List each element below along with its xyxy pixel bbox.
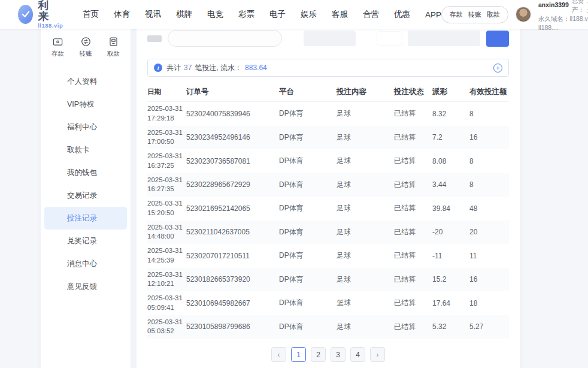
user-info: anxin3399 总资产： 1363.49元 永久域名：ll188.vip |… [538, 0, 588, 32]
page-button-1[interactable]: 1 [291, 347, 306, 362]
column-header: 订单号 [186, 87, 279, 97]
avatar[interactable] [516, 7, 531, 22]
prev-page-button[interactable]: ‹ [271, 347, 286, 362]
nav-item-3[interactable]: 棋牌 [176, 9, 192, 20]
cell-platform: DP体育 [279, 227, 337, 237]
quick-action-deposit[interactable]: 存款 [51, 36, 64, 58]
nav-item-10[interactable]: 优惠 [394, 9, 410, 20]
sidebar-item-id-card[interactable]: 个人资料 [44, 70, 127, 93]
cell-status: 已结算 [394, 108, 432, 119]
column-header: 平台 [279, 87, 337, 97]
withdraw-icon [108, 36, 119, 47]
crown-icon [51, 99, 61, 109]
page-button-2[interactable]: 2 [311, 347, 326, 362]
id-card-icon [51, 77, 61, 86]
nav-item-9[interactable]: 合营 [363, 9, 379, 20]
page-button-4[interactable]: 4 [350, 347, 365, 362]
table-row: 2025-03-31 05:09:41 5230106945982667 DP体… [147, 291, 509, 315]
column-header: 派彩 [432, 87, 469, 97]
cell-order-no: 5230182665373920 [186, 275, 279, 283]
pagination: ‹ 1234 › [137, 347, 520, 362]
main-nav: 首页体育视讯棋牌电竞彩票电子娱乐客服合营优惠APP [83, 9, 441, 20]
cell-valid-bet: 20 [469, 228, 509, 236]
filter-option-group[interactable] [408, 31, 480, 46]
cell-payout: 8.32 [432, 110, 469, 118]
sidebar-item-wallet[interactable]: 我的钱包 [44, 161, 127, 184]
nav-item-4[interactable]: 电竞 [207, 9, 223, 20]
cell-bet-content: 足球 [337, 251, 394, 261]
page-button-3[interactable]: 3 [331, 347, 345, 362]
cell-date: 2025-03-31 15:20:50 [147, 199, 186, 218]
cell-bet-content: 篮球 [337, 298, 394, 308]
sidebar-item-crown[interactable]: VIP特权 [44, 93, 127, 116]
sidebar-item-bet-record[interactable]: 投注记录 [44, 207, 127, 230]
cell-platform: DP体育 [279, 108, 337, 119]
brand-logo[interactable]: 利 来 ll188.vip [18, 0, 67, 29]
cell-status: 已结算 [394, 251, 432, 261]
cell-date: 2025-03-31 14:48:00 [147, 223, 186, 242]
cell-order-no: 5230240075839946 [186, 110, 279, 118]
cell-payout: -20 [432, 228, 469, 236]
filter-toggle-group[interactable] [304, 31, 356, 46]
cell-platform: DP体育 [279, 275, 337, 285]
filter-submit-button[interactable] [486, 31, 509, 47]
cell-valid-bet: 8 [469, 157, 509, 165]
nav-item-2[interactable]: 视讯 [145, 9, 161, 20]
cell-valid-bet: 16 [469, 133, 509, 141]
summary-middle: 笔投注, 流水： [195, 63, 242, 73]
cell-platform: DP体育 [279, 180, 337, 190]
content-area: 存款 转账 取款 个人资料 VIP特权 福利中心 取款卡 [0, 29, 588, 368]
filter-active-segment[interactable] [377, 32, 401, 45]
quick-action-transfer[interactable]: 转账 [80, 36, 92, 58]
wallet-action[interactable]: 存款 [450, 10, 463, 19]
quick-action-withdraw[interactable]: 取款 [107, 36, 120, 58]
sidebar-item-gift[interactable]: 福利中心 [44, 116, 127, 138]
sidebar-item-bank-card[interactable]: 取款卡 [44, 138, 127, 161]
next-page-button[interactable]: › [370, 347, 385, 362]
cell-status: 已结算 [394, 132, 432, 143]
table-row: 2025-03-31 14:25:39 5230207017210511 DP体… [147, 244, 509, 268]
cell-date: 2025-03-31 17:00:50 [147, 128, 186, 147]
cell-order-no: 5230105898799686 [186, 322, 279, 331]
sidebar-menu: 个人资料 VIP特权 福利中心 取款卡 我的钱包 交易记录 投注记录 [41, 70, 131, 298]
nav-item-8[interactable]: 客服 [332, 9, 348, 20]
top-header: 利 来 ll188.vip 首页体育视讯棋牌电竞彩票电子娱乐客服合营优惠APP … [0, 0, 588, 29]
sidebar-item-feedback[interactable]: 意见反馈 [44, 275, 127, 298]
expand-plus-icon[interactable]: + [493, 64, 502, 73]
nav-item-0[interactable]: 首页 [83, 9, 99, 20]
cell-payout: 5.32 [432, 322, 469, 331]
turnover-value: 883.64 [245, 64, 267, 72]
sidebar: 存款 转账 取款 个人资料 VIP特权 福利中心 取款卡 [41, 29, 131, 368]
sidebar-item-mail[interactable]: 消息中心 [44, 252, 127, 275]
date-range-input[interactable] [168, 30, 282, 47]
nav-item-11[interactable]: APP [425, 10, 441, 19]
wallet-actions-pill: 存款转账取款 [441, 6, 508, 23]
nav-item-7[interactable]: 娱乐 [301, 9, 317, 20]
sidebar-item-clipboard[interactable]: 兑奖记录 [44, 230, 127, 252]
nav-item-1[interactable]: 体育 [114, 9, 130, 20]
cell-bet-content: 足球 [337, 108, 394, 119]
cell-order-no: 5230230736587081 [186, 157, 279, 165]
cell-date: 2025-03-31 16:27:35 [147, 176, 186, 194]
username: anxin3399 [538, 1, 569, 10]
gift-icon [51, 122, 61, 132]
cell-date: 2025-03-31 12:10:21 [147, 270, 186, 289]
cell-valid-bet: 18 [469, 299, 509, 307]
cell-date: 2025-03-31 17:29:18 [147, 104, 186, 123]
table-row: 2025-03-31 05:03:52 5230105898799686 DP体… [147, 315, 509, 339]
cell-order-no: 5230234952496146 [186, 133, 279, 141]
cell-valid-bet: 11 [469, 252, 509, 260]
nav-item-6[interactable]: 电子 [269, 9, 286, 20]
cell-order-no: 5230207017210511 [186, 252, 279, 260]
column-header: 投注内容 [337, 87, 394, 97]
wallet-action[interactable]: 取款 [487, 10, 500, 19]
wallet-action[interactable]: 转账 [468, 10, 481, 19]
nav-item-5[interactable]: 彩票 [238, 9, 254, 20]
deposit-icon [52, 36, 63, 47]
mail-icon [51, 259, 61, 269]
table-row: 2025-03-31 17:00:50 5230234952496146 DP体… [147, 126, 509, 150]
permanent-domain: 永久域名：ll188.vip | ll188.... [538, 14, 588, 32]
sidebar-item-transaction-list[interactable]: 交易记录 [44, 184, 127, 207]
cell-valid-bet: 48 [469, 204, 509, 213]
cell-status: 已结算 [394, 322, 432, 332]
